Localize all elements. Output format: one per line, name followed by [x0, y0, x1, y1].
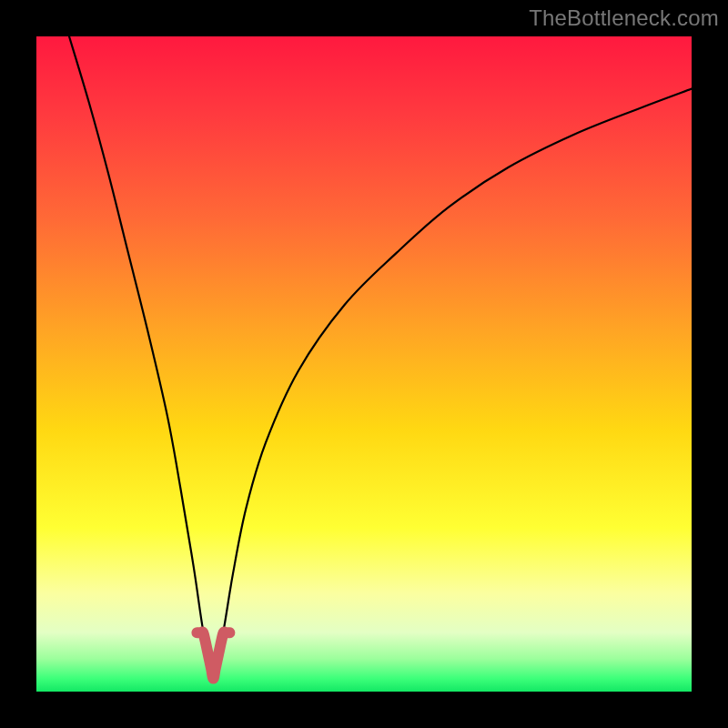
plot-area [36, 36, 692, 692]
watermark-text: TheBottleneck.com [529, 5, 719, 31]
optimum-highlight [197, 632, 229, 679]
bottleneck-curve [69, 36, 692, 679]
chart-frame: TheBottleneck.com [0, 0, 728, 728]
curve-layer [36, 36, 692, 692]
